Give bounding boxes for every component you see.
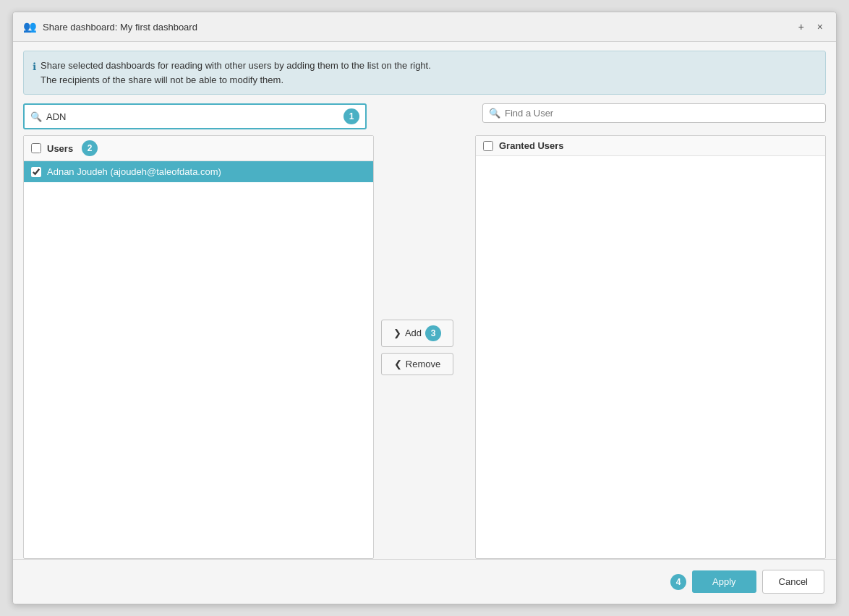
step2-badge: 2 (82, 140, 98, 156)
info-line1-text: Share selected dashboards for reading wi… (40, 60, 431, 71)
right-panel-title: Granted Users (499, 140, 564, 151)
dialog-title-bar: 👥 Share dashboard: My first dashboard + … (13, 12, 836, 42)
dialog-title-text: Share dashboard: My first dashboard (43, 22, 197, 33)
main-panels: Users 2 Adnan Joudeh (ajoudeh@taleofdata… (23, 135, 826, 559)
right-search-input[interactable] (505, 108, 819, 119)
add-label: Add (405, 328, 422, 338)
add-icon: ❯ (393, 328, 401, 338)
middle-panel: ❯ Add 3 ❮ Remove (374, 135, 461, 559)
remove-label: Remove (406, 359, 440, 369)
right-search-box: 🔍 (482, 103, 826, 123)
users-icon: 👥 (23, 20, 37, 33)
remove-button[interactable]: ❮ Remove (381, 353, 453, 375)
dialog-title-left: 👥 Share dashboard: My first dashboard (23, 20, 197, 33)
user-name: Adnan Joudeh (ajoudeh@taleofdata.com) (47, 166, 221, 177)
info-line-1: ℹ Share selected dashboards for reading … (33, 59, 816, 87)
info-icon: ℹ (33, 59, 36, 74)
info-line2-text: The recipients of the share will not be … (40, 74, 283, 85)
left-panel-body: Adnan Joudeh (ajoudeh@taleofdata.com) (24, 161, 373, 558)
left-select-all-checkbox[interactable] (31, 143, 41, 153)
right-search-icon: 🔍 (489, 108, 500, 119)
dialog-add-button[interactable]: + (795, 20, 807, 34)
step3-badge: 3 (425, 325, 441, 341)
info-text: Share selected dashboards for reading wi… (40, 59, 431, 87)
left-search-input[interactable] (46, 111, 339, 122)
right-panel: Granted Users (475, 135, 826, 559)
left-panel: Users 2 Adnan Joudeh (ajoudeh@taleofdata… (23, 135, 374, 559)
search-row: 🔍 1 🔍 (23, 103, 826, 129)
add-button[interactable]: ❯ Add 3 (381, 320, 453, 347)
dialog-close-button[interactable]: × (814, 20, 826, 34)
info-banner: ℹ Share selected dashboards for reading … (23, 51, 826, 95)
right-search-wrapper: 🔍 (482, 103, 826, 129)
dialog-title-icons: + × (795, 20, 826, 34)
left-search-wrapper: 🔍 1 (23, 103, 367, 129)
left-panel-title: Users (47, 143, 73, 154)
cancel-button[interactable]: Cancel (762, 570, 824, 594)
left-search-icon: 🔍 (30, 111, 42, 122)
dialog-footer: 4 Apply Cancel (13, 559, 836, 604)
user-checkbox[interactable] (31, 167, 41, 177)
right-select-all-checkbox[interactable] (483, 141, 493, 151)
left-panel-header: Users 2 (24, 136, 373, 161)
step4-badge: 4 (670, 574, 686, 590)
right-panel-body (476, 156, 825, 558)
remove-icon: ❮ (394, 359, 402, 369)
apply-button[interactable]: Apply (692, 570, 756, 593)
dialog-content: 🔍 1 🔍 Users 2 (13, 103, 836, 559)
user-row[interactable]: Adnan Joudeh (ajoudeh@taleofdata.com) (24, 161, 373, 182)
step1-badge: 1 (344, 108, 359, 124)
left-search-box: 🔍 1 (23, 103, 367, 129)
share-dashboard-dialog: 👥 Share dashboard: My first dashboard + … (12, 12, 837, 604)
right-panel-header: Granted Users (476, 136, 825, 156)
search-spacer (381, 103, 468, 129)
